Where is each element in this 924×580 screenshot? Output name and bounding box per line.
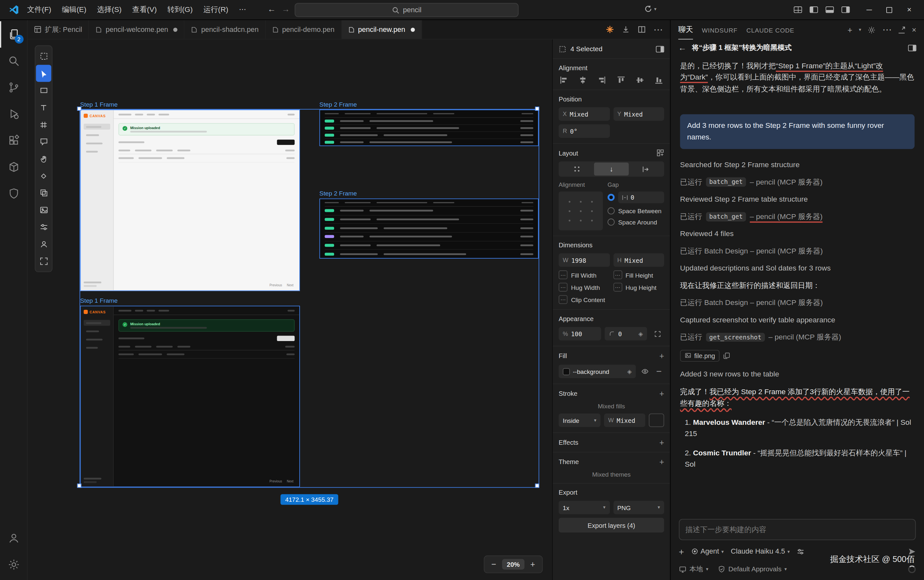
pencil-spark-icon[interactable]	[606, 25, 614, 34]
hug-height-toggle[interactable]: ⋯Hug Height	[613, 283, 664, 292]
back-icon[interactable]: ←	[678, 43, 686, 53]
position-x-field[interactable]: XMixed	[559, 107, 610, 121]
rotation-field[interactable]: R0°	[559, 124, 610, 138]
frame-label[interactable]: Step 2 Frame	[319, 189, 356, 197]
tool-name-chip[interactable]: get_screenshot	[706, 333, 765, 342]
zoom-in-button[interactable]: +	[527, 560, 539, 569]
menu-overflow-icon[interactable]: ⋯	[234, 3, 251, 16]
file-attachment[interactable]: file.png	[680, 350, 720, 362]
vector-tool[interactable]	[36, 167, 51, 184]
activity-shield[interactable]	[0, 180, 27, 207]
frame-step2-table-mid[interactable]	[319, 198, 538, 259]
design-canvas[interactable]: Step 1 Frame Step 2 Frame Step 2 Frame S…	[28, 40, 552, 580]
approvals-select[interactable]: Default Approvals▾	[718, 565, 787, 573]
tab-pencil-demo[interactable]: pencil-demo.pen	[266, 20, 342, 39]
frame-step1-dark[interactable]: CANVAS	[80, 306, 300, 487]
activity-explorer[interactable]: 2	[0, 21, 27, 48]
menu-goto[interactable]: 转到(G)	[163, 3, 198, 16]
layout-grid-option[interactable]	[560, 163, 594, 176]
menu-file[interactable]: 文件(F)	[23, 3, 56, 16]
remove-fill-icon[interactable]: −	[653, 364, 664, 378]
zoom-out-button[interactable]: −	[488, 560, 500, 569]
chat-input-container[interactable]	[679, 519, 916, 540]
image-tool[interactable]	[36, 202, 51, 219]
stroke-width-field[interactable]: WMixed	[604, 414, 645, 427]
tool-name-chip[interactable]: batch_get	[706, 212, 746, 221]
split-editor-icon[interactable]	[638, 25, 646, 34]
tab-pencil-new[interactable]: pencil-new.pen	[342, 20, 422, 39]
tab-pencil-shadcn[interactable]: pencil-shadcn.pen	[185, 20, 266, 39]
expand-icon[interactable]	[898, 26, 905, 33]
relaunch-icon[interactable]: ▾	[644, 5, 656, 13]
nav-back-icon[interactable]: ←	[265, 4, 278, 13]
tab-extension-pencil[interactable]: 扩展: Pencil	[28, 20, 89, 39]
activity-run-debug[interactable]	[0, 101, 27, 127]
mode-select[interactable]: Agent▾	[691, 547, 724, 555]
align-h-center-icon[interactable]	[579, 76, 587, 84]
align-left-icon[interactable]	[560, 76, 568, 84]
close-icon[interactable]: ×	[912, 25, 916, 34]
activity-account[interactable]	[0, 525, 27, 551]
tool-name-chip[interactable]: batch_get	[706, 178, 746, 187]
frame-label[interactable]: Step 1 Frame	[80, 101, 117, 108]
menu-edit[interactable]: 编辑(E)	[57, 3, 91, 16]
layout-grid-icon[interactable]	[657, 149, 664, 157]
fill-visibility-icon[interactable]	[640, 364, 650, 378]
gap-packed-option[interactable]: 0	[608, 191, 664, 203]
menu-view[interactable]: 查看(V)	[127, 3, 162, 16]
selection-handle[interactable]	[535, 107, 540, 111]
activity-package[interactable]	[0, 153, 27, 180]
minimize-button[interactable]: ─	[859, 0, 879, 20]
activity-search[interactable]	[0, 48, 27, 74]
chevron-down-icon[interactable]: ▾	[859, 27, 861, 32]
hand-tool[interactable]	[36, 150, 51, 167]
download-icon[interactable]	[622, 25, 630, 34]
panel-toggle-icon[interactable]	[656, 46, 664, 52]
fill-value-field[interactable]: --background ◈	[559, 364, 636, 378]
align-top-icon[interactable]	[617, 76, 625, 84]
adjust-tool[interactable]	[36, 219, 51, 236]
maximize-button[interactable]	[879, 0, 899, 20]
alignment-grid[interactable]	[559, 191, 603, 230]
align-right-icon[interactable]	[597, 76, 606, 84]
frame-label[interactable]: Step 2 Frame	[319, 101, 356, 108]
fill-width-toggle[interactable]: ⋯Fill Width	[559, 270, 610, 279]
close-button[interactable]: ×	[899, 0, 919, 20]
stroke-position-select[interactable]: Inside▾	[559, 414, 601, 427]
gap-space-between-option[interactable]: Space Between	[608, 208, 664, 214]
align-v-center-icon[interactable]	[636, 76, 644, 84]
add-fill-button[interactable]: +	[659, 352, 664, 360]
corner-radius-field[interactable]: 0 ◈	[605, 327, 647, 340]
workspace-local-select[interactable]: 本地▾	[679, 565, 708, 573]
activity-extensions[interactable]	[0, 127, 27, 153]
menu-run[interactable]: 运行(R)	[198, 3, 233, 16]
layout-horizontal-option[interactable]	[629, 163, 663, 176]
frame-step1-light[interactable]: CANVAS	[80, 109, 300, 291]
insert-frame-tool[interactable]	[36, 48, 51, 65]
boolean-tool[interactable]	[36, 185, 51, 202]
selection-handle[interactable]	[78, 107, 81, 111]
activity-settings[interactable]	[0, 551, 27, 578]
fill-height-toggle[interactable]: ⋯Fill Height	[613, 270, 664, 279]
export-layers-button[interactable]: Export layers (4)	[559, 518, 664, 533]
frame-step2-table-top[interactable]	[319, 109, 538, 146]
expand-tool[interactable]	[36, 253, 51, 270]
align-bottom-icon[interactable]	[655, 76, 663, 84]
add-stroke-button[interactable]: +	[659, 389, 664, 398]
zoom-level[interactable]: 20%	[502, 559, 525, 570]
more-actions-icon[interactable]: ⋯	[883, 24, 892, 35]
customize-layout-icon[interactable]	[794, 7, 802, 13]
chat-input[interactable]	[685, 526, 909, 534]
export-format-select[interactable]: PNG▾	[613, 501, 664, 514]
stroke-checkbox[interactable]	[649, 414, 664, 427]
text-tool[interactable]	[36, 99, 51, 116]
export-scale-select[interactable]: 1x▾	[559, 501, 610, 514]
activity-source-control[interactable]	[0, 74, 27, 101]
add-theme-button[interactable]: +	[659, 458, 664, 466]
width-field[interactable]: W1998	[559, 254, 610, 267]
selection-handle[interactable]	[535, 484, 540, 488]
clip-content-toggle[interactable]: ⋯Clip Content	[559, 295, 664, 304]
independent-corners-button[interactable]	[650, 327, 664, 340]
gap-value-field[interactable]: 0	[618, 191, 664, 203]
comment-tool[interactable]	[36, 133, 51, 150]
